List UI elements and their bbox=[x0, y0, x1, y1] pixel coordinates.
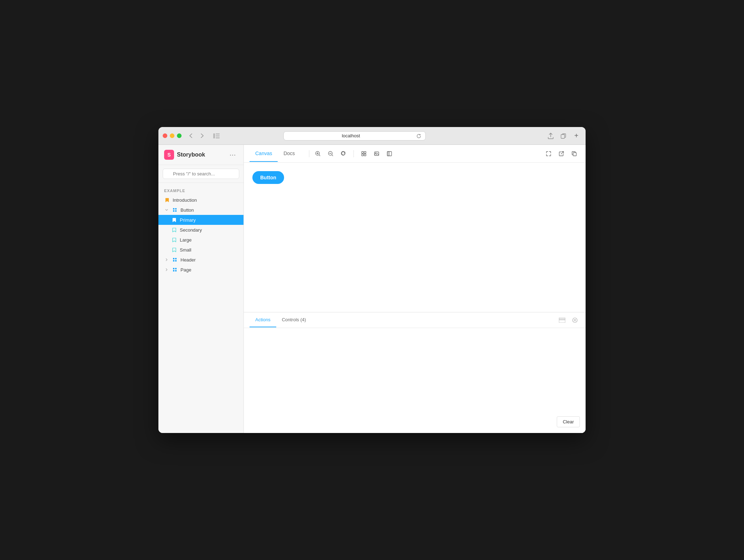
canvas-area: Button bbox=[244, 163, 586, 312]
chevron-down-icon bbox=[164, 207, 169, 212]
svg-rect-6 bbox=[173, 208, 174, 210]
main-content: Canvas Docs bbox=[244, 145, 586, 433]
search-wrapper bbox=[163, 169, 239, 179]
sidebar-item-label: Button bbox=[180, 207, 194, 213]
svg-rect-2 bbox=[216, 135, 220, 136]
duplicate-button[interactable] bbox=[559, 131, 569, 141]
image-view-button[interactable] bbox=[371, 148, 382, 159]
sidebar-item-label: Large bbox=[180, 237, 192, 243]
storybook-name: Storybook bbox=[177, 152, 205, 158]
panel-tabs: Actions Controls (4) bbox=[250, 313, 557, 327]
sidebar-item-secondary[interactable]: Secondary bbox=[158, 225, 243, 235]
more-options-button[interactable]: ··· bbox=[228, 150, 238, 160]
svg-rect-13 bbox=[175, 260, 177, 261]
panel-toolbar: Actions Controls (4) bbox=[244, 312, 586, 328]
panel-content: Clear bbox=[244, 328, 586, 433]
minimize-button[interactable] bbox=[170, 133, 174, 138]
bottom-panel: Actions Controls (4) bbox=[244, 312, 586, 433]
sidebar-item-label: Header bbox=[180, 257, 196, 263]
toolbar-divider bbox=[309, 150, 309, 157]
svg-rect-0 bbox=[213, 133, 215, 138]
browser-actions: + bbox=[546, 131, 581, 141]
refresh-button[interactable] bbox=[416, 133, 421, 139]
svg-rect-10 bbox=[173, 258, 174, 259]
layout-button[interactable] bbox=[384, 148, 395, 159]
svg-rect-31 bbox=[559, 318, 565, 320]
zoom-reset-button[interactable] bbox=[338, 148, 349, 159]
panel-layout-button[interactable] bbox=[557, 315, 567, 325]
external-link-button[interactable] bbox=[556, 148, 567, 159]
address-text: localhost bbox=[288, 133, 414, 138]
sidebar-item-button[interactable]: Button bbox=[158, 205, 243, 215]
zoom-out-button[interactable] bbox=[325, 148, 336, 159]
svg-rect-16 bbox=[173, 270, 174, 271]
search-input[interactable] bbox=[163, 169, 239, 179]
sidebar-item-primary[interactable]: Primary bbox=[158, 215, 243, 225]
sidebar-item-label: Small bbox=[180, 247, 192, 253]
chevron-right-icon bbox=[164, 257, 169, 262]
svg-rect-12 bbox=[173, 260, 174, 261]
grid-view-button[interactable] bbox=[358, 148, 370, 159]
tab-canvas[interactable]: Canvas bbox=[250, 146, 278, 162]
copy-button[interactable] bbox=[569, 148, 580, 159]
sidebar-toggle-button[interactable] bbox=[211, 131, 221, 141]
new-tab-button[interactable]: + bbox=[571, 131, 581, 141]
sidebar-item-label: Page bbox=[180, 267, 191, 273]
nav-section-label: EXAMPLE bbox=[158, 187, 243, 195]
svg-rect-17 bbox=[175, 270, 177, 271]
svg-rect-29 bbox=[573, 153, 576, 156]
grid-icon bbox=[172, 267, 178, 273]
svg-rect-23 bbox=[362, 154, 363, 156]
browser-chrome: localhost + bbox=[158, 127, 586, 145]
forward-button[interactable] bbox=[197, 131, 207, 141]
app-layout: S Storybook ··· EXAMPLE bbox=[158, 145, 586, 433]
sidebar-item-large[interactable]: Large bbox=[158, 235, 243, 245]
svg-rect-8 bbox=[173, 210, 174, 212]
toolbar-divider2 bbox=[353, 150, 354, 157]
fullscreen-button[interactable] bbox=[543, 148, 554, 159]
sidebar-item-small[interactable]: Small bbox=[158, 245, 243, 255]
toolbar-tools bbox=[312, 148, 395, 159]
preview-button[interactable]: Button bbox=[252, 171, 284, 184]
svg-rect-11 bbox=[175, 258, 177, 259]
svg-rect-14 bbox=[173, 268, 174, 269]
panel-toolbar-right bbox=[557, 315, 580, 325]
canvas-docs-tabs: Canvas Docs bbox=[250, 146, 300, 162]
clear-button[interactable]: Clear bbox=[557, 416, 580, 427]
svg-rect-4 bbox=[561, 134, 565, 138]
svg-rect-24 bbox=[364, 154, 366, 156]
share-button[interactable] bbox=[546, 131, 556, 141]
traffic-lights bbox=[163, 133, 182, 138]
browser-window: localhost + bbox=[158, 127, 586, 433]
bookmark-icon bbox=[171, 237, 177, 243]
svg-rect-28 bbox=[387, 152, 389, 156]
tab-docs[interactable]: Docs bbox=[278, 146, 300, 162]
tab-actions[interactable]: Actions bbox=[250, 313, 276, 327]
zoom-in-button[interactable] bbox=[312, 148, 324, 159]
svg-rect-9 bbox=[175, 210, 177, 212]
address-bar[interactable]: localhost bbox=[283, 131, 426, 141]
grid-icon bbox=[172, 207, 178, 213]
panel-close-button[interactable] bbox=[570, 315, 580, 325]
bookmark-icon bbox=[171, 217, 177, 223]
storybook-logo: S Storybook bbox=[164, 150, 205, 160]
sidebar-item-introduction[interactable]: Introduction bbox=[158, 195, 243, 205]
sidebar-header: S Storybook ··· bbox=[158, 145, 243, 165]
sidebar-item-label: Secondary bbox=[180, 227, 202, 233]
close-button[interactable] bbox=[163, 133, 167, 138]
tab-controls[interactable]: Controls (4) bbox=[276, 313, 312, 327]
maximize-button[interactable] bbox=[177, 133, 182, 138]
svg-rect-3 bbox=[216, 137, 220, 138]
sidebar-item-header[interactable]: Header bbox=[158, 255, 243, 265]
bookmark-icon bbox=[164, 197, 170, 203]
grid-icon bbox=[172, 257, 178, 263]
svg-rect-1 bbox=[216, 133, 220, 134]
sidebar-item-page[interactable]: Page bbox=[158, 265, 243, 275]
svg-rect-21 bbox=[362, 152, 363, 153]
sidebar: S Storybook ··· EXAMPLE bbox=[158, 145, 244, 433]
main-toolbar: Canvas Docs bbox=[244, 145, 586, 163]
nav-buttons bbox=[186, 131, 207, 141]
svg-rect-7 bbox=[175, 208, 177, 210]
chevron-right-icon bbox=[164, 267, 169, 272]
back-button[interactable] bbox=[186, 131, 196, 141]
